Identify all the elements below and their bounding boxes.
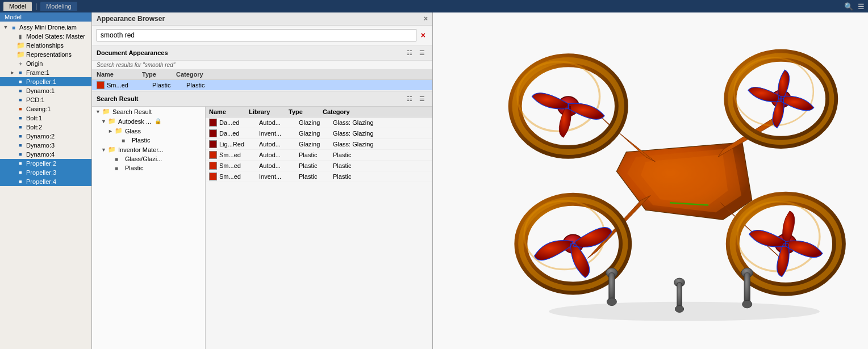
doc-toolbar: ☷ ☰ [404,47,428,58]
list-view-icon[interactable]: ☰ [416,47,428,58]
part-icon: ■ [16,96,25,104]
expand-icon [9,61,16,66]
tree-node-plastic-sub[interactable]: ■ Plastic [92,136,205,145]
tree-item-casing1[interactable]: ■ Casing:1 [0,104,91,113]
tree-node-plastic[interactable]: ■ Plastic [92,163,205,173]
expand-icon [108,156,114,162]
tree-item-dynamo3[interactable]: ■ Dynamo:3 [0,141,91,150]
tree-item-model-states[interactable]: ▮ Model States: Master [0,32,91,41]
tree-item-propeller4[interactable]: ■ Propeller:4 [0,177,91,186]
part-icon: ■ [16,141,25,149]
expand-icon [9,106,16,112]
assembly-icon: ■ [9,23,18,31]
search-input[interactable] [97,29,416,41]
tree-item-dynamo1[interactable]: ■ Dynamo:1 [0,86,91,95]
item-icon: ■ [122,137,131,144]
tree-node-search-result[interactable]: ▼ 📁 Search Result [92,107,205,116]
res-library: Invent... [259,173,299,180]
tree-item-dynamo4[interactable]: ■ Dynamo:4 [0,150,91,159]
part-icon: ■ [16,123,25,131]
tree-item-representations[interactable]: 📁 Representations [0,50,91,59]
expand-icon [115,137,120,143]
close-icon[interactable]: × [424,15,428,23]
tree-item-propeller3[interactable]: ■ Propeller:3 [0,168,91,177]
tree-label: Representations [26,51,72,58]
tree-item-assembly[interactable]: ▼ ■ Assy Mini Drone.iam [0,23,91,32]
tree-item-bolt2[interactable]: ■ Bolt:2 [0,123,91,132]
tree-item-propeller2[interactable]: ■ Propeller:2 [0,159,91,168]
res-category: Glass: Glazing [333,141,429,148]
svg-rect-25 [677,282,682,309]
result-row-1[interactable]: Da...ed Invent... Glazing Glass: Glazing [206,128,432,139]
result-row-4[interactable]: Sm...ed Autod... Plastic Plastic [206,161,432,171]
tree-item-frame[interactable]: ► ■ Frame:1 [0,68,91,77]
tree-node-glass[interactable]: ► 📁 Glass [92,126,205,136]
node-label: Plastic [132,137,150,144]
expand-icon: ► [9,70,16,75]
color-swatch [209,129,217,137]
menu-icon[interactable]: ☰ [858,2,865,11]
expand-icon [9,170,16,175]
folder-icon: 📁 [115,127,124,134]
part-icon: ■ [16,169,25,176]
svg-point-1 [549,301,820,321]
res-name: Lig...Red [219,141,259,148]
part-icon: ■ [16,150,25,158]
node-label: Inventor Mater... [118,146,163,153]
res-category: Glass: Glazing [333,130,429,137]
results-header: Name Library Type Category [206,107,432,117]
res-library: Invent... [259,130,299,137]
expand-icon [108,165,114,171]
search-icon[interactable]: 🔍 [844,2,853,11]
res-category: Plastic [333,173,429,180]
res-library: Autod... [259,162,299,169]
grid-view-icon[interactable]: ☷ [404,93,415,104]
folder-icon: 📁 [108,146,117,153]
origin-icon: ✦ [16,60,25,68]
item-icon: ■ [115,156,124,162]
search-bar: × [92,26,432,45]
search-result-header: Search Result ☷ ☰ [92,91,432,107]
appearance-browser-label: Appearance Browser [97,15,165,23]
color-swatch [209,151,217,159]
search-tree[interactable]: ▼ 📁 Search Result ▼ 📁 Autodesk ... 🔒 ► 📁… [92,107,206,349]
result-row-3[interactable]: Sm...ed Autod... Plastic Plastic [206,150,432,161]
document-appearances-label: Document Appearances [97,49,168,56]
tree-item-dynamo2[interactable]: ■ Dynamo:2 [0,132,91,141]
color-swatch [209,173,217,180]
3d-viewport[interactable] [433,12,868,349]
result-row-2[interactable]: Lig...Red Autod... Glazing Glass: Glazin… [206,139,432,150]
search-toolbar: ☷ ☰ [404,93,428,104]
node-label: Glass/Glazi... [125,155,162,162]
model-tree[interactable]: ▼ ■ Assy Mini Drone.iam ▮ Model States: … [0,22,91,349]
drone-view [433,12,868,349]
panel-tab-label: Model [5,14,22,20]
tree-item-relationships[interactable]: 📁 Relationships [0,41,91,50]
tab-modeling[interactable]: Modeling [40,2,77,11]
tree-node-inventor[interactable]: ▼ 📁 Inventor Mater... [92,145,205,154]
search-clear-button[interactable]: × [419,31,428,40]
states-icon: ▮ [16,32,25,40]
grid-view-icon[interactable]: ☷ [404,47,415,58]
svg-point-23 [742,300,752,308]
list-view-icon[interactable]: ☰ [416,93,428,104]
expand-icon [9,161,16,166]
tree-item-pcd1[interactable]: ■ PCD:1 [0,95,91,104]
expand-icon [9,88,16,94]
color-swatch [209,119,217,127]
search-result-label: Search Result [97,95,138,102]
expand-icon [9,43,16,48]
res-library: Autod... [259,152,299,158]
tree-item-bolt1[interactable]: ■ Bolt:1 [0,113,91,123]
tree-item-origin[interactable]: ✦ Origin [0,59,91,68]
expand-icon [9,79,16,85]
result-row-5[interactable]: Sm...ed Invent... Plastic Plastic [206,171,432,182]
result-row-0[interactable]: Da...ed Autod... Glazing Glass: Glazing [206,117,432,128]
doc-result-row[interactable]: Sm...ed Plastic Plastic [92,80,432,91]
part-icon: ■ [16,132,25,140]
tree-node-glass-glazing[interactable]: ■ Glass/Glazi... [92,154,205,163]
document-appearances-section: Document Appearances ☷ ☰ Search results … [92,45,432,91]
tab-model[interactable]: Model [3,2,32,11]
tree-node-autodesk[interactable]: ▼ 📁 Autodesk ... 🔒 [92,116,205,126]
tree-item-propeller1[interactable]: ■ Propeller:1 [0,77,91,86]
